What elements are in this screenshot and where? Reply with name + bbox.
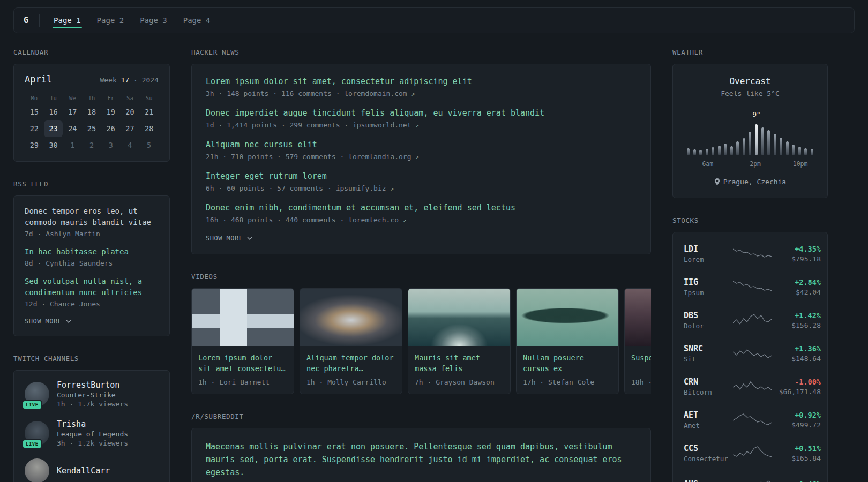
video-thumbnail[interactable] <box>192 289 294 346</box>
video-thumbnail[interactable] <box>625 289 651 346</box>
calendar-day: 24 <box>63 120 82 137</box>
stock-name: Lorem <box>684 255 733 263</box>
calendar-separator: · <box>133 76 138 84</box>
video-card-body: Suspendisse diam18h · Tara <box>625 346 651 394</box>
tab-page-2[interactable]: Page 2 <box>96 8 125 33</box>
hackernews-show-more-button[interactable]: SHOW MORE <box>206 235 252 242</box>
calendar-day: 19 <box>101 104 121 120</box>
calendar-day-selected: 23 <box>44 120 63 137</box>
news-item-title[interactable]: Lorem ipsum dolor sit amet, consectetur … <box>206 76 637 87</box>
weather-bar <box>743 138 745 155</box>
weather-bars <box>687 123 813 155</box>
news-item-domain: ipsumworld.net <box>353 121 415 129</box>
twitch-channel-row[interactable]: KendallCarr <box>25 458 159 482</box>
news-item-meta: 3h · 148 points · 116 comments · loremdo… <box>206 89 637 97</box>
news-item-title[interactable]: Maecenas mollis pulvinar erat non posuer… <box>206 440 637 479</box>
stock-values: +2.84%$42.04 <box>772 278 821 296</box>
stock-row: AETAmet+0.92%$499.72 <box>684 403 817 436</box>
rss-item-title[interactable]: In hac habitasse platea <box>25 246 159 258</box>
channel-avatar[interactable] <box>25 458 49 482</box>
stock-sparkline <box>733 345 772 362</box>
channel-avatar[interactable]: LIVE <box>25 421 49 446</box>
stock-sparkline <box>733 246 772 262</box>
weather-location-label: Prague, Czechia <box>723 178 786 186</box>
video-card[interactable]: Lorem ipsum dolor sit amet consectetu…1h… <box>191 288 294 394</box>
news-item: Lorem ipsum dolor sit amet, consectetur … <box>206 76 637 97</box>
video-title[interactable]: Mauris sit amet massa felis <box>415 352 504 374</box>
tab-page-4[interactable]: Page 4 <box>182 8 212 33</box>
topbar: G Page 1Page 2Page 3Page 4 <box>13 7 855 33</box>
news-item-source-link[interactable]: loremdomain.com ↗ <box>344 89 415 97</box>
stock-price: $148.64 <box>772 355 821 363</box>
calendar-weekday: Mo <box>25 92 44 104</box>
stocks-section-title: STOCKS <box>672 216 828 224</box>
video-card[interactable]: Aliquam tempor dolor nec pharetra…1h · M… <box>300 288 402 394</box>
video-card[interactable]: Suspendisse diam18h · Tara <box>624 288 651 394</box>
channel-viewers: 1h · 1.7k viewers <box>57 400 128 408</box>
video-title[interactable]: Suspendisse diam <box>631 352 651 374</box>
stock-change: +0.46% <box>772 480 821 482</box>
live-badge: LIVE <box>22 400 42 410</box>
news-item-meta: 16h · 468 points · 440 comments · loremt… <box>206 216 637 224</box>
rss-show-more-label: SHOW MORE <box>25 318 62 325</box>
tab-page-3[interactable]: Page 3 <box>139 8 168 33</box>
channel-avatar[interactable]: LIVE <box>25 382 49 406</box>
channel-name[interactable]: ForrestBurton <box>57 380 119 390</box>
rss-item-title[interactable]: Donec tempor eros leo, ut commodo mauris… <box>25 206 159 228</box>
video-thumbnail[interactable] <box>300 289 402 346</box>
stock-change: +4.35% <box>772 245 821 253</box>
calendar-day: 25 <box>82 120 101 137</box>
weather-condition: Overcast <box>686 76 814 86</box>
twitch-channel-row[interactable]: LIVEForrestBurtonCounter-Strike1h · 1.7k… <box>25 380 159 408</box>
channel-name[interactable]: KendallCarr <box>57 466 110 476</box>
news-item: Donec enim nibh, condimentum et accumsan… <box>206 202 637 224</box>
twitch-channel-list: LIVEForrestBurtonCounter-Strike1h · 1.7k… <box>25 380 159 482</box>
stock-sparkline <box>733 477 772 482</box>
stock-price: $795.18 <box>772 255 821 263</box>
weather-bar <box>780 138 782 155</box>
hackernews-card: Lorem ipsum dolor sit amet, consectetur … <box>191 64 651 254</box>
calendar-day: 21 <box>139 104 159 120</box>
app-logo[interactable]: G <box>24 16 28 25</box>
tab-page-1[interactable]: Page 1 <box>53 8 82 33</box>
stock-sparkline <box>733 312 772 328</box>
middle-column: HACKER NEWS Lorem ipsum dolor sit amet, … <box>191 48 651 482</box>
news-item-title[interactable]: Donec enim nibh, condimentum et accumsan… <box>206 202 637 213</box>
video-title[interactable]: Nullam posuere cursus ex <box>523 352 612 374</box>
stock-values: +0.51%$165.84 <box>772 444 821 462</box>
news-item-source-link[interactable]: ipsumify.biz ↗ <box>336 184 394 192</box>
stock-symbol: CCS <box>684 443 733 453</box>
news-item-title[interactable]: Aliquam nec cursus elit <box>206 139 637 150</box>
logo-divider <box>39 14 40 27</box>
news-item-source-link[interactable]: loremtech.co ↗ <box>348 216 406 224</box>
stock-sparkline <box>733 379 772 395</box>
weather-bar <box>724 144 727 155</box>
weather-section-title: WEATHER <box>672 48 828 56</box>
stocks-list: LDILorem+4.35%$795.18IIGIpsum+2.84%$42.0… <box>684 237 817 482</box>
news-item-source-link[interactable]: ipsumworld.net ↗ <box>353 121 419 129</box>
stock-id: CCSConsectetur <box>684 443 733 463</box>
twitch-channel-row[interactable]: LIVETrishaLeague of Legends3h · 1.2k vie… <box>25 419 159 447</box>
video-card[interactable]: Nullam posuere cursus ex17h · Stefan Col… <box>516 288 619 394</box>
video-title[interactable]: Aliquam tempor dolor nec pharetra… <box>306 352 395 374</box>
weather-bar <box>730 146 733 155</box>
stock-price: $66,171.48 <box>772 388 821 396</box>
news-item-meta: 6h · 60 points · 57 comments · ipsumify.… <box>206 184 637 192</box>
rss-item-title[interactable]: Sed volutpat nulla nisl, a condimentum n… <box>25 276 159 298</box>
calendar-week-label: Week 17 · 2024 <box>100 76 159 84</box>
news-item-title[interactable]: Integer eget rutrum lorem <box>206 171 637 182</box>
video-title[interactable]: Lorem ipsum dolor sit amet consectetu… <box>198 352 287 374</box>
rss-card: Donec tempor eros leo, ut commodo mauris… <box>13 195 170 336</box>
video-card[interactable]: Mauris sit amet massa felis7h · Grayson … <box>408 288 511 394</box>
news-item-title[interactable]: Donec imperdiet augue tincidunt felis al… <box>206 108 637 118</box>
video-thumbnail[interactable] <box>517 289 618 346</box>
channel-name[interactable]: Trisha <box>57 419 86 429</box>
news-item-stats: 6h · 60 points · 57 comments · <box>206 184 336 192</box>
twitch-card: LIVEForrestBurtonCounter-Strike1h · 1.7k… <box>13 370 170 482</box>
video-thumbnail[interactable] <box>408 289 510 346</box>
news-item-source-link[interactable]: loremlandia.org ↗ <box>348 153 419 161</box>
stock-row: SNRCSit+1.36%$148.64 <box>684 337 817 370</box>
rss-show-more-button[interactable]: SHOW MORE <box>25 318 71 325</box>
weather-bar <box>706 149 708 155</box>
rss-item: Sed volutpat nulla nisl, a condimentum n… <box>25 276 159 308</box>
